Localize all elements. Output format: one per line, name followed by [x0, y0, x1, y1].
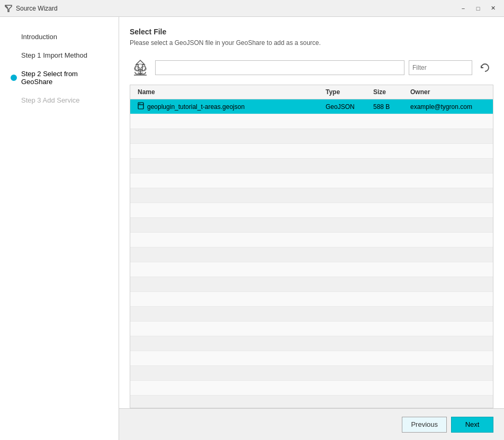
maximize-button[interactable]: □: [471, 3, 485, 14]
sidebar: Introduction Step 1 Import Method Step 2…: [0, 17, 119, 440]
cell-size: 588 B: [371, 101, 408, 113]
cell-owner: example@tygron.com: [408, 101, 488, 113]
table-row-empty: [130, 203, 493, 218]
table-row-empty: [130, 292, 493, 307]
table-row-empty: [130, 262, 493, 277]
bottom-bar: Previous Next: [119, 408, 504, 440]
sidebar-label-step2: Step 2 Select from GeoShare: [21, 70, 108, 86]
sidebar-item-step2[interactable]: Step 2 Select from GeoShare: [0, 65, 119, 91]
table-row-empty: [130, 307, 493, 322]
col-type: Type: [323, 85, 371, 99]
table-row[interactable]: geoplugin_tutorial_t-areas.geojson GeoJS…: [130, 99, 493, 114]
table-row-empty: [130, 248, 493, 262]
table-row-empty: [130, 188, 493, 203]
table-row-empty: [130, 381, 493, 396]
table-row-empty: [130, 129, 493, 144]
upload-button[interactable]: [130, 57, 151, 78]
table-row-empty: [130, 159, 493, 173]
file-name: geoplugin_tutorial_t-areas.geojson: [147, 103, 245, 111]
table-row-empty: [130, 218, 493, 233]
sidebar-item-step3: Step 3 Add Service: [0, 91, 119, 109]
table-row-empty: [130, 396, 493, 408]
file-icon: [138, 102, 144, 111]
table-row-empty: [130, 366, 493, 381]
refresh-button[interactable]: [476, 59, 493, 76]
window-controls: − □ ✕: [456, 3, 500, 14]
col-owner: Owner: [408, 85, 488, 99]
section-title: Select File: [130, 28, 493, 36]
main-content: Introduction Step 1 Import Method Step 2…: [0, 17, 504, 440]
table-row-empty: [130, 173, 493, 188]
toolbar-row: [130, 57, 493, 78]
table-row-empty: [130, 322, 493, 336]
file-table: Name Type Size Owner geoplugin_tutorial_…: [130, 85, 493, 408]
sidebar-item-introduction[interactable]: Introduction: [0, 28, 119, 46]
close-button[interactable]: ✕: [486, 3, 500, 14]
svg-rect-6: [138, 103, 143, 109]
sidebar-item-step1[interactable]: Step 1 Import Method: [0, 46, 119, 65]
path-input[interactable]: [155, 60, 404, 75]
table-row-empty: [130, 144, 493, 159]
section-subtitle: Please select a GeoJSON file in your Geo…: [130, 39, 493, 47]
col-name: Name: [136, 85, 323, 99]
table-row-empty: [130, 336, 493, 351]
cell-type: GeoJSON: [323, 101, 371, 113]
sidebar-label-introduction: Introduction: [21, 33, 57, 41]
app-icon: [4, 4, 13, 13]
dot-step1: [11, 52, 17, 59]
filter-input[interactable]: [409, 60, 472, 75]
table-row-empty: [130, 351, 493, 366]
table-row-empty: [130, 277, 493, 292]
previous-button[interactable]: Previous: [402, 417, 447, 433]
minimize-button[interactable]: −: [456, 3, 470, 14]
cell-name: geoplugin_tutorial_t-areas.geojson: [136, 100, 323, 113]
sidebar-label-step3: Step 3 Add Service: [21, 96, 80, 104]
dot-step2: [11, 75, 17, 81]
table-header: Name Type Size Owner: [130, 85, 493, 99]
right-panel: Select File Please select a GeoJSON file…: [119, 17, 504, 440]
table-row-empty: [130, 233, 493, 248]
dot-introduction: [11, 34, 17, 40]
dot-step3: [11, 97, 17, 104]
title-bar: Source Wizard − □ ✕: [0, 0, 504, 17]
col-size: Size: [371, 85, 408, 99]
window-title: Source Wizard: [16, 5, 456, 12]
table-row-empty: [130, 114, 493, 129]
next-button[interactable]: Next: [451, 417, 493, 433]
sidebar-label-step1: Step 1 Import Method: [21, 51, 87, 59]
